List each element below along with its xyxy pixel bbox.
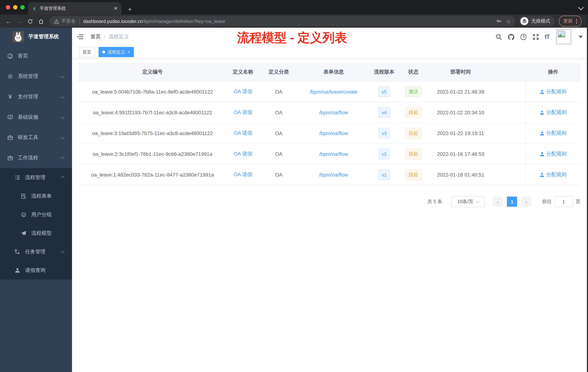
forward-button[interactable]: →	[15, 18, 24, 24]
sidebar-item-payment[interactable]: ¥ 支付管理	[0, 87, 72, 107]
deploy-time: 2022-01-22 20:34:10	[427, 102, 494, 123]
table-body: oa_leave:5:004b710b-7b8a-11ec-8ef0-acde4…	[78, 82, 580, 185]
security-label: 不安全	[62, 18, 76, 24]
minimize-window-button[interactable]	[13, 5, 17, 10]
chevron-down-icon	[476, 199, 479, 203]
breadcrumb-home[interactable]: 首页	[91, 33, 101, 40]
github-icon[interactable]	[508, 33, 515, 40]
prev-page-button[interactable]: ‹	[493, 197, 503, 207]
status-badge: 挂起	[405, 107, 422, 118]
assign-rule-button[interactable]: 分配规则	[540, 88, 567, 95]
reload-button[interactable]	[25, 18, 35, 24]
avatar-dropdown-caret-icon[interactable]	[578, 35, 583, 38]
sidebar-item-devtools[interactable]: 研发工具	[0, 127, 72, 148]
definition-id: oa_leave:2:3c1f0ef1-76b1-11ec-9c66-a2380…	[78, 144, 227, 164]
column-header: 定义名称	[227, 63, 259, 81]
next-page-button[interactable]: ›	[521, 197, 531, 207]
bookmark-star-icon[interactable]: ☆	[506, 18, 511, 24]
assign-rule-button[interactable]: 分配规则	[540, 151, 567, 157]
deploy-time: 2022-01-22 19:19:11	[427, 123, 494, 143]
page-size-select[interactable]: 10条/页	[451, 196, 485, 207]
tag-process-definition[interactable]: 流程定义 ×	[99, 47, 134, 57]
sidebar-item-process-management[interactable]: 流程管理	[0, 168, 72, 187]
definition-name-link[interactable]: OA 请假	[234, 151, 252, 157]
workflow-submenu: 流程管理 流程表单 用户分组	[0, 168, 72, 280]
chevron-down-icon	[61, 74, 65, 78]
sidebar-logo[interactable]: 芋道管理系统	[0, 28, 72, 46]
collapse-sidebar-button[interactable]	[72, 33, 91, 40]
column-header: 状态	[400, 63, 427, 81]
assign-rule-button[interactable]: 分配规则	[540, 171, 567, 178]
home-button[interactable]	[36, 18, 46, 24]
chevron-up-icon	[61, 156, 65, 161]
tab-close-icon[interactable]: ✕	[114, 6, 118, 11]
sidebar-item-process-form[interactable]: 流程表单	[0, 187, 72, 205]
tab-search-button[interactable]	[579, 4, 583, 11]
goto-page-input[interactable]	[554, 196, 573, 207]
font-size-icon[interactable]: tT	[545, 33, 549, 40]
window-controls[interactable]	[6, 5, 25, 10]
browser-chrome: 芋道管理系统 ✕ ＋ ← → 不安全 dashboard.yudao.iocod…	[0, 0, 588, 28]
tag-home[interactable]: 首页	[79, 47, 95, 57]
user-icon	[540, 172, 544, 177]
browser-update-button[interactable]: 更新	[559, 16, 581, 27]
current-page-button[interactable]: 1	[507, 197, 517, 207]
avatar[interactable]	[556, 29, 571, 44]
browser-tab[interactable]: 芋道管理系统 ✕	[28, 2, 121, 15]
definition-name-link[interactable]: OA 请假	[234, 88, 252, 95]
sidebar-item-workflow[interactable]: 工作流程	[0, 148, 72, 168]
sidebar-item-leave-query[interactable]: 请假查询	[0, 261, 72, 280]
deploy-time: 2022-01-22 21:48:38	[427, 82, 494, 102]
user-icon	[540, 152, 544, 156]
form-link[interactable]: /bpm/oa/flow	[319, 130, 348, 136]
definition-name-link[interactable]: OA 请假	[234, 171, 252, 178]
version-badge: v1	[378, 169, 390, 180]
form-link[interactable]: /bpm/oa/flow	[319, 109, 348, 115]
address-bar[interactable]: 不安全 dashboard.yudao.iocoder.cn/bpm/manag…	[50, 16, 515, 26]
status-badge: 激活	[405, 86, 422, 97]
form-link[interactable]: /bpm/oa/leave/create	[310, 89, 357, 95]
form-link[interactable]: /bpm/oa/flow	[319, 172, 348, 178]
monitor-icon	[7, 114, 13, 120]
tree-list-icon	[15, 175, 20, 180]
search-icon[interactable]	[495, 33, 503, 40]
table-row: oa_leave:1:482ec033-762a-11ec-8477-a2380…	[78, 164, 580, 185]
sidebar-item-task-management[interactable]: 任务管理	[0, 242, 72, 261]
sidebar-item-user-group[interactable]: 用户分组	[0, 205, 72, 224]
update-label: 更新	[563, 18, 573, 24]
row-spacer	[494, 102, 525, 123]
send-icon	[21, 230, 27, 236]
form-link[interactable]: /bpm/oa/flow	[319, 151, 348, 157]
page-content: 定义编号 定义名称 定义分类 表单信息 流程版本 状态 部署时间 操作 oa_l…	[72, 59, 588, 372]
assign-rule-button[interactable]: 分配规则	[540, 130, 567, 136]
definition-category: OA	[259, 144, 299, 164]
breadcrumb-current: 流程定义	[109, 33, 129, 40]
chevron-down-icon	[61, 135, 65, 139]
close-icon[interactable]: ×	[128, 50, 130, 54]
help-icon[interactable]	[520, 33, 527, 40]
definition-name-link[interactable]: OA 请假	[234, 130, 252, 136]
column-header: 流程版本	[368, 63, 400, 81]
tab-title: 芋道管理系统	[40, 5, 111, 11]
table-row: oa_leave:3:1fad3d93-7b75-11ec-a3c8-acde4…	[78, 123, 580, 144]
gear-icon	[7, 74, 13, 79]
yen-icon: ¥	[7, 94, 13, 100]
sidebar-item-infrastructure[interactable]: 基础设施	[0, 107, 72, 127]
assign-rule-button[interactable]: 分配规则	[540, 109, 567, 116]
not-secure-warning-icon	[54, 18, 59, 24]
key-icon[interactable]	[496, 18, 502, 24]
new-tab-button[interactable]: ＋	[126, 6, 133, 12]
fullscreen-icon[interactable]	[532, 33, 540, 40]
url-text: dashboard.yudao.iocoder.cn/bpm/manager/d…	[83, 18, 496, 24]
chevron-down-icon	[61, 115, 65, 119]
sidebar-item-system[interactable]: 系统管理	[0, 66, 72, 87]
user-icon	[540, 131, 544, 136]
close-window-button[interactable]	[6, 5, 10, 10]
browser-menu-icon[interactable]	[576, 19, 577, 23]
app-title: 芋道管理系统	[28, 33, 59, 40]
back-button[interactable]: ←	[4, 18, 13, 24]
sidebar-item-home[interactable]: 首页	[0, 46, 72, 66]
definition-name-link[interactable]: OA 请假	[234, 109, 252, 116]
maximize-window-button[interactable]	[20, 5, 25, 10]
sidebar-item-process-model[interactable]: 流程模型	[0, 224, 72, 242]
